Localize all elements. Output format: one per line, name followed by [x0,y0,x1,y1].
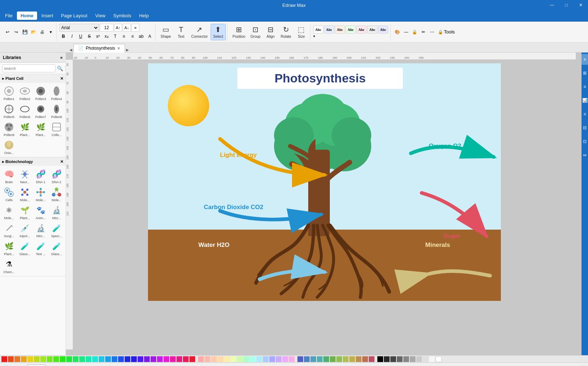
color-swatch-green[interactable] [53,356,59,362]
color-swatch-sea-green[interactable] [323,356,329,362]
color-swatch-gray[interactable] [403,356,409,362]
color-swatch-light-teal[interactable] [250,356,256,362]
color-swatch-light-green[interactable] [237,356,243,362]
pollen2-item[interactable]: Pollen2 [17,84,32,101]
color-swatch-cornflower[interactable] [310,356,316,362]
wrap-btn[interactable]: ab [137,32,145,40]
plant4-item[interactable]: 🌿 Plant... [1,239,17,257]
connector-tool-btn[interactable]: ↗ Connector [189,24,210,40]
neur-item[interactable]: Neur... [17,167,32,185]
color-swatch-light-gray[interactable] [410,356,416,362]
right-panel-compress[interactable]: ⇔ [582,150,588,161]
shape-tool-btn[interactable]: ▭ Shape [158,24,173,40]
test-item[interactable]: 🧪 Test ... [33,239,48,257]
ordered-list-btn[interactable]: ≡ [129,32,136,40]
tab-scroll-right[interactable]: ▶ [125,47,130,52]
color-swatch-light-lime[interactable] [230,356,236,362]
text-color-btn[interactable]: T [111,32,119,40]
pollen9-item[interactable]: Pollen9 [1,120,17,137]
tab-scroll-left[interactable]: ◀ [68,47,73,52]
plant-cell-close[interactable]: ✕ [60,76,63,81]
color-swatch-rose[interactable] [170,356,176,362]
color-swatch-green-light[interactable] [47,356,53,362]
color-swatch-white[interactable] [436,356,441,362]
plant1-item[interactable]: 🌿 Plant... [17,120,32,137]
text-tool-btn[interactable]: T Text [174,24,188,40]
italic-btn[interactable]: I [68,32,76,40]
menu-home[interactable]: Home [17,12,37,20]
biotech-close[interactable]: ✕ [60,159,63,164]
right-panel-expand[interactable]: ≡ [582,54,588,65]
color-swatch-yellow-green[interactable] [34,356,40,362]
color-swatch-yellow-green2[interactable] [336,356,342,362]
pollen3-item[interactable]: Pollen3 [33,84,48,101]
open-btn[interactable]: 📂 [30,28,37,36]
color-swatch-lavender[interactable] [269,356,275,362]
anim-item[interactable]: 🐾 Anim... [33,203,48,221]
more-btn[interactable]: ▾ [47,28,55,36]
color-swatch-off-white[interactable] [429,356,435,362]
color-swatch-black[interactable] [377,356,383,362]
cells-item[interactable]: Cells [1,185,17,203]
photosynthesis-tab[interactable]: 📄 Photosynthesis × [73,44,125,53]
dna1-item[interactable]: 🧬 DNA 1 [33,167,48,185]
color-picker-btn[interactable]: 🎨 [394,28,401,36]
color-swatch-red2[interactable] [189,356,195,362]
plant3-item[interactable]: 🌱 Plant... [17,203,32,221]
color-swatch-dark-gray[interactable] [390,356,396,362]
onio-item[interactable]: Onio... [1,138,17,155]
color-swatch-teal-light[interactable] [79,356,85,362]
close-btn[interactable]: ✕ [574,0,588,10]
style-swatch-1[interactable]: Abc [313,26,323,33]
color-swatch-olive-green[interactable] [330,356,336,362]
right-panel-settings[interactable]: ⊡ [582,136,588,147]
color-swatch-salmon[interactable] [205,356,210,362]
colle-item[interactable]: Colle... [49,120,64,137]
color-swatch-light-mint[interactable] [243,356,249,362]
color-swatch-chartreuse[interactable] [343,356,349,362]
fill-btn[interactable]: A [146,32,154,40]
font-size-increase[interactable]: A↑ [114,24,122,32]
brain-item[interactable]: 🧠 Brain [1,167,17,185]
color-swatch-amber[interactable] [21,356,27,362]
subscript-btn[interactable]: x₂ [103,32,111,40]
mole2-item[interactable]: Mole... [33,185,48,203]
size-btn[interactable]: ⬚ Size [294,24,309,40]
strikethrough-btn[interactable]: S [85,32,93,40]
print-btn[interactable]: 🖨 [38,28,46,36]
search-input[interactable] [2,64,55,72]
superscript-btn[interactable]: x² [94,32,102,40]
minimize-btn[interactable]: — [545,0,559,10]
color-swatch-near-black[interactable] [384,356,390,362]
font-family-select[interactable]: Arial [59,24,99,32]
lock-btn[interactable]: 🔒 [411,28,419,36]
page-tab-1[interactable]: Page-1 [27,365,45,366]
style-swatch-2[interactable]: Abc [324,26,334,33]
right-panel-menu[interactable]: ⊟ [582,122,588,133]
diagram-canvas[interactable]: Photosynthesis [73,60,576,349]
mole3-item[interactable]: Mole... [49,185,64,203]
color-swatch-light-yellow[interactable] [224,356,230,362]
color-swatch-mid-blue[interactable] [297,356,303,362]
color-swatch-teal-mid[interactable] [317,356,323,362]
style-swatch-6[interactable]: Abc [367,26,377,33]
color-swatch-steel-blue[interactable] [304,356,310,362]
color-swatch-light-violet[interactable] [282,356,288,362]
dna2-item[interactable]: 🧬 DNA 2 [49,167,64,185]
color-swatch-terracotta[interactable] [362,356,368,362]
color-swatch-blue-dark[interactable] [118,356,124,362]
save-btn[interactable]: 💾 [21,28,29,36]
menu-view[interactable]: View [92,12,109,20]
style-swatch-more[interactable]: ▾ [313,34,315,38]
add-page-btn[interactable]: + [47,365,53,366]
pollen1-item[interactable]: Pollen1 [1,84,17,101]
color-swatch-bright-green[interactable] [60,356,66,362]
line-style-btn[interactable]: — [402,28,410,36]
font-size-input[interactable] [100,24,113,32]
color-swatch-purple[interactable] [144,356,150,362]
plant-cell-header[interactable]: ▸ Plant Cell ✕ [0,74,66,83]
color-swatch-red-orange[interactable] [8,356,14,362]
menu-help[interactable]: Help [135,12,152,20]
style-swatch-5[interactable]: Abc [356,26,367,33]
color-swatch-golden[interactable] [349,356,355,362]
